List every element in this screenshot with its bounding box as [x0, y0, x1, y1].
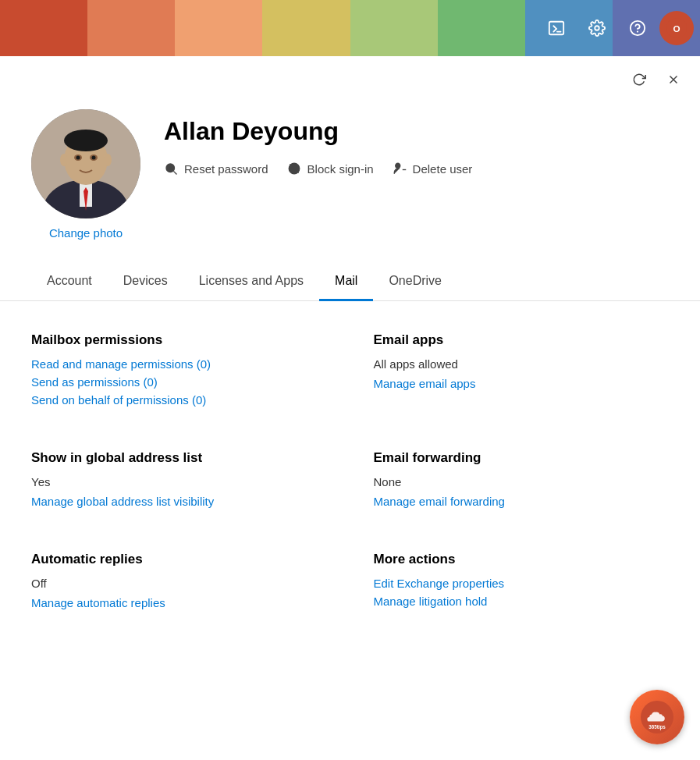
- tab-account[interactable]: Account: [31, 263, 108, 301]
- svg-point-15: [60, 154, 68, 166]
- tab-mail[interactable]: Mail: [319, 263, 373, 301]
- manage-email-apps-link[interactable]: Manage email apps: [374, 377, 476, 390]
- close-icon: [666, 73, 680, 87]
- email-forwarding-title: Email forwarding: [374, 450, 670, 466]
- block-signin-label: Block sign-in: [307, 162, 374, 176]
- profile-name: Allan Deyoung: [164, 117, 669, 146]
- email-apps-title: Email apps: [374, 332, 670, 348]
- delete-user-button[interactable]: Delete user: [393, 162, 473, 176]
- close-button[interactable]: [659, 66, 688, 94]
- refresh-icon: [632, 73, 646, 87]
- block-signin-icon: [287, 162, 301, 176]
- manage-automatic-replies-link[interactable]: Manage automatic replies: [31, 596, 165, 609]
- read-manage-permissions-link[interactable]: Read and manage permissions (0): [31, 357, 211, 371]
- block-signin-button[interactable]: Block sign-in: [287, 162, 374, 176]
- office365-logo: O: [666, 18, 687, 38]
- svg-point-27: [395, 163, 400, 168]
- global-address-value: Yes: [31, 475, 327, 488]
- refresh-button[interactable]: [625, 66, 653, 94]
- edit-exchange-properties-link[interactable]: Edit Exchange properties: [374, 577, 505, 590]
- top-bar: O: [0, 0, 700, 56]
- tab-onedrive[interactable]: OneDrive: [373, 263, 457, 301]
- automatic-replies-value: Off: [31, 577, 327, 590]
- email-forwarding-section: Email forwarding None Manage email forwa…: [374, 450, 670, 513]
- svg-point-19: [76, 156, 80, 160]
- svg-text:365tips: 365tips: [648, 724, 666, 730]
- top-icons: O: [538, 9, 694, 47]
- svg-text:O: O: [673, 23, 680, 34]
- global-address-title: Show in global address list: [31, 450, 327, 466]
- profile-section: Change photo Allan Deyoung Reset passwor…: [0, 94, 700, 263]
- more-actions-section: More actions Edit Exchange properties Ma…: [374, 552, 670, 614]
- svg-point-20: [92, 156, 96, 160]
- help-icon: [629, 20, 646, 37]
- help-button[interactable]: [619, 9, 656, 47]
- avatar-image: [31, 109, 140, 218]
- tab-licenses[interactable]: Licenses and Apps: [183, 263, 319, 301]
- svg-point-16: [104, 154, 112, 166]
- email-apps-value: All apps allowed: [374, 357, 670, 371]
- automatic-replies-title: Automatic replies: [31, 552, 327, 567]
- profile-info: Allan Deyoung Reset password: [164, 109, 669, 176]
- reset-password-button[interactable]: Reset password: [164, 162, 268, 176]
- main-content: Mailbox permissions Read and manage perm…: [0, 301, 700, 645]
- delete-user-icon: [393, 162, 407, 176]
- settings-icon: [588, 20, 606, 37]
- badge-365tips[interactable]: 365tips: [630, 690, 684, 744]
- email-forwarding-value: None: [374, 475, 670, 488]
- avatar-container: Change photo: [31, 109, 140, 240]
- change-photo-button[interactable]: Change photo: [49, 226, 123, 240]
- office365-avatar[interactable]: O: [659, 11, 694, 45]
- profile-actions: Reset password Block sign-in Delete: [164, 162, 669, 176]
- mailbox-permissions-section: Mailbox permissions Read and manage perm…: [31, 332, 327, 411]
- automatic-replies-section: Automatic replies Off Manage automatic r…: [31, 552, 327, 614]
- tabs-container: Account Devices Licenses and Apps Mail O…: [0, 263, 700, 301]
- main-panel: Change photo Allan Deyoung Reset passwor…: [0, 56, 700, 645]
- user-photo: [31, 109, 140, 218]
- panel-controls: [0, 56, 700, 94]
- global-address-section: Show in global address list Yes Manage g…: [31, 450, 327, 513]
- manage-litigation-hold-link[interactable]: Manage litigation hold: [374, 595, 488, 608]
- manage-email-forwarding-link[interactable]: Manage email forwarding: [374, 495, 505, 508]
- badge-365tips-logo: 365tips: [641, 701, 673, 733]
- svg-line-22: [173, 171, 176, 174]
- send-as-permissions-link[interactable]: Send as permissions (0): [31, 375, 158, 389]
- reset-password-icon: [164, 162, 178, 176]
- svg-point-14: [64, 130, 108, 151]
- send-on-behalf-permissions-link[interactable]: Send on behalf of permissions (0): [31, 393, 206, 407]
- terminal-icon: [548, 20, 565, 37]
- email-apps-section: Email apps All apps allowed Manage email…: [374, 332, 670, 411]
- terminal-button[interactable]: [538, 9, 575, 47]
- reset-password-label: Reset password: [184, 162, 268, 176]
- delete-user-label: Delete user: [413, 162, 473, 176]
- more-actions-title: More actions: [374, 552, 670, 567]
- svg-point-2: [595, 26, 599, 30]
- mailbox-permissions-title: Mailbox permissions: [31, 332, 327, 348]
- tab-devices[interactable]: Devices: [108, 263, 183, 301]
- settings-button[interactable]: [578, 9, 616, 47]
- manage-global-address-link[interactable]: Manage global address list visibility: [31, 495, 214, 508]
